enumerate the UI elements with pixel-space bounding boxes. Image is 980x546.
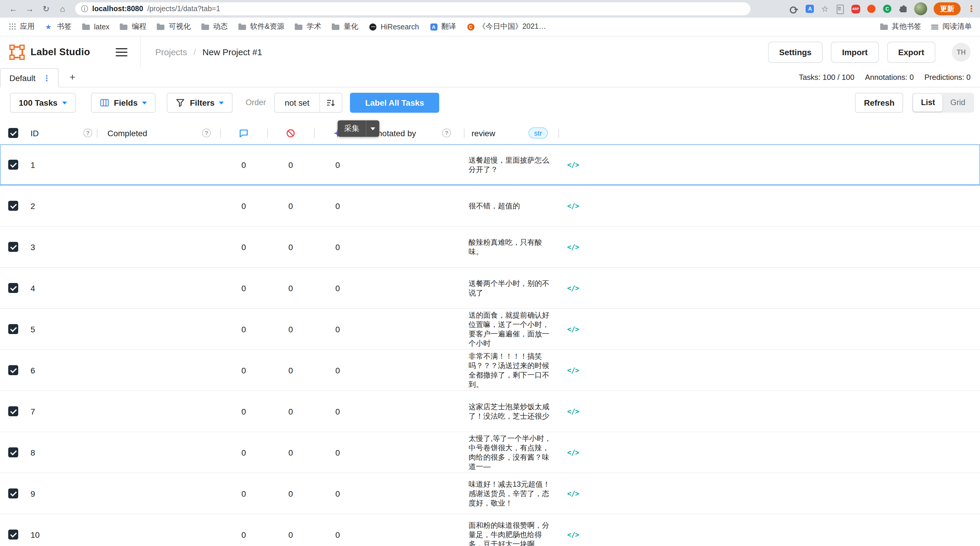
task-id: 10 <box>30 530 40 539</box>
password-key-icon[interactable] <box>789 4 799 13</box>
bookmark-star-icon[interactable]: ☆ <box>821 4 829 13</box>
bookmark-item[interactable]: 动态 <box>201 22 228 32</box>
url-bar[interactable]: ⓘ localhost:8080/projects/1/data?tab=1 <box>75 2 751 15</box>
browser-profile-avatar[interactable] <box>914 2 927 15</box>
view-list-button[interactable]: List <box>913 94 943 111</box>
code-icon[interactable]: </> <box>567 366 579 374</box>
chevron-down-icon[interactable] <box>366 127 379 130</box>
bookmark-item[interactable]: 应用 <box>8 22 35 32</box>
cancelled-count: 0 <box>288 489 293 498</box>
column-cancelled[interactable] <box>267 122 314 144</box>
back-icon[interactable]: ← <box>6 0 21 18</box>
label-all-tasks-button[interactable]: Label All Tasks <box>350 92 439 112</box>
bookmark-item[interactable]: 编程 <box>120 22 146 32</box>
completed-cell <box>97 473 220 514</box>
code-icon[interactable]: </> <box>567 489 579 498</box>
table-row[interactable]: 5 0 0 0 送的面食，就提前确认好位置嘛，送了一个小时，要客户一遍遍催，面放… <box>0 309 980 350</box>
code-icon[interactable]: </> <box>567 325 579 333</box>
tasks-count-dropdown[interactable]: 100 Tasks <box>10 92 76 112</box>
table-row[interactable]: 7 0 0 0 这家店芝士泡菜炒饭太咸了！没法吃，芝士还很少 </> <box>0 391 980 432</box>
add-tab-button[interactable]: + <box>67 71 78 83</box>
forward-icon[interactable]: → <box>22 0 37 18</box>
bookmark-item[interactable]: latex <box>82 22 110 31</box>
column-id-label[interactable]: ID <box>30 128 39 138</box>
row-checkbox[interactable] <box>8 489 18 498</box>
table-row[interactable]: 1 0 0 0 送餐超慢，里面披萨怎么分开了？ </> <box>0 145 980 186</box>
bookmark-item[interactable]: 翻译 <box>430 22 456 32</box>
table-row[interactable]: 8 0 0 0 太慢了,等了一个半小时，中号卷饼很大，有点辣，肉给的很多，没有酱… <box>0 432 980 473</box>
help-icon[interactable]: ? <box>442 129 451 137</box>
fields-dropdown[interactable]: Fields <box>91 92 156 112</box>
bookmark-item[interactable]: 《今日中国》2021… <box>466 22 546 32</box>
help-icon[interactable]: ? <box>83 129 92 137</box>
filters-dropdown[interactable]: Filters <box>167 92 233 112</box>
row-checkbox[interactable] <box>8 324 18 334</box>
bookmark-item[interactable]: 软件&资源 <box>239 22 285 32</box>
settings-button[interactable]: Settings <box>768 41 822 62</box>
green-extension-icon[interactable] <box>883 4 892 13</box>
row-checkbox[interactable] <box>8 160 18 170</box>
extensions-puzzle-icon[interactable] <box>898 4 908 13</box>
code-icon[interactable]: </> <box>567 407 579 415</box>
code-icon[interactable]: </> <box>567 243 579 251</box>
table-row[interactable]: 4 0 0 0 送餐两个半小时，别的不说了 </> <box>0 268 980 309</box>
bookmark-label: 量化 <box>344 22 358 32</box>
order-value-dropdown[interactable]: not set <box>275 93 320 112</box>
sort-direction-button[interactable] <box>320 93 342 112</box>
code-icon[interactable]: </> <box>567 448 579 457</box>
row-checkbox[interactable] <box>8 365 18 375</box>
column-completed-label[interactable]: Completed <box>107 128 147 138</box>
code-icon[interactable]: </> <box>567 530 579 539</box>
row-checkbox[interactable] <box>8 201 18 211</box>
column-review-label[interactable]: review <box>471 128 495 138</box>
bookmark-item[interactable]: 书签 <box>45 22 72 32</box>
refresh-button[interactable]: Refresh <box>855 92 904 112</box>
table-row[interactable]: 3 0 0 0 酸辣粉真难吃，只有酸味。 </> <box>0 227 980 268</box>
bookmark-item[interactable]: 阅读清单 <box>931 22 972 32</box>
bookmark-item[interactable]: HiResearch <box>369 22 419 31</box>
hamburger-menu-icon[interactable] <box>116 48 128 56</box>
collect-dropdown[interactable]: 采集 <box>337 120 379 137</box>
orange-extension-icon[interactable] <box>867 4 876 13</box>
reload-icon[interactable]: ↻ <box>39 0 53 18</box>
cancelled-count: 0 <box>288 530 293 539</box>
import-button[interactable]: Import <box>831 41 879 62</box>
row-checkbox[interactable] <box>8 283 18 293</box>
table-row[interactable]: 2 0 0 0 很不错，超值的 </> <box>0 186 980 227</box>
table-row[interactable]: 9 0 0 0 味道好！减去13元超值！感谢送货员，辛苦了，态度好，敬业！ </… <box>0 473 980 514</box>
browser-menu-kebab-icon[interactable]: ⋮ <box>967 3 973 14</box>
bookmark-label: 动态 <box>213 22 228 32</box>
export-button[interactable]: Export <box>887 41 935 62</box>
column-annotations[interactable] <box>220 122 267 144</box>
bookmark-item[interactable]: 学术 <box>295 22 321 32</box>
fields-label: Fields <box>114 98 138 107</box>
code-icon[interactable]: </> <box>567 161 579 169</box>
browser-update-button[interactable]: 更新 <box>934 2 961 15</box>
breadcrumb-projects[interactable]: Projects <box>155 47 187 57</box>
bookmark-item[interactable]: 量化 <box>332 22 358 32</box>
code-icon[interactable]: </> <box>567 284 579 292</box>
row-checkbox[interactable] <box>8 530 18 540</box>
extension-doc-icon[interactable] <box>835 4 844 13</box>
view-grid-button[interactable]: Grid <box>943 94 973 111</box>
bookmark-item[interactable]: 可视化 <box>157 22 191 32</box>
tab-menu-icon[interactable]: ⋮ <box>43 73 51 83</box>
translate-page-icon[interactable] <box>805 4 815 13</box>
site-info-icon[interactable]: ⓘ <box>81 4 88 14</box>
cancelled-count: 0 <box>288 366 293 375</box>
annotated-by-cell <box>361 227 464 267</box>
table-row[interactable]: 10 0 0 0 面和粉的味道很赞啊，分量足，牛肉肥肠也给得多，豆干好大一块啊 … <box>0 514 980 546</box>
row-checkbox[interactable] <box>8 406 18 416</box>
user-avatar[interactable]: TH <box>952 43 970 61</box>
tab-default[interactable]: Default ⋮ <box>0 68 59 88</box>
bookmark-item[interactable]: 其他书签 <box>880 22 921 32</box>
help-icon[interactable]: ? <box>202 129 211 137</box>
select-all-checkbox[interactable] <box>8 128 18 138</box>
table-row[interactable]: 6 0 0 0 非常不满！！！！搞笑吗？？？汤送过来的时候全都撒掉了，剩下一口不… <box>0 350 980 391</box>
row-checkbox[interactable] <box>8 242 18 252</box>
row-checkbox[interactable] <box>8 447 18 457</box>
code-icon[interactable]: </> <box>567 202 579 210</box>
view-tab-bar: Default ⋮ + Tasks: 100 / 100 Annotations… <box>0 67 980 88</box>
adblock-extension-icon[interactable] <box>851 4 860 13</box>
home-icon[interactable]: ⌂ <box>55 0 70 18</box>
